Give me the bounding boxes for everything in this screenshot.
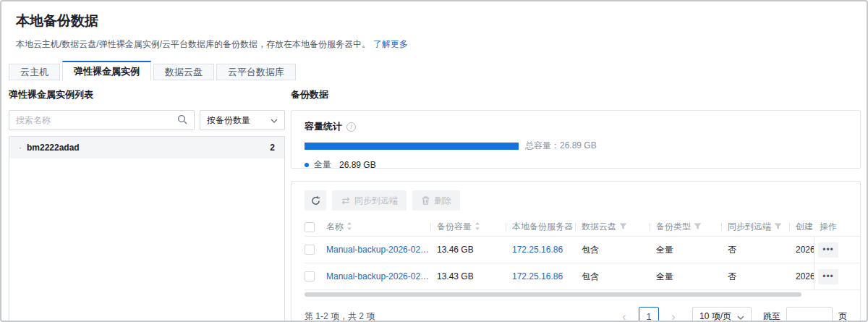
column-header-data-disk[interactable]: 数据云盘 [575, 221, 650, 233]
page-header: 本地备份数据 本地云主机/数据云盘/弹性裸金属实例/云平台数据库的备份数据，存放… [1, 1, 867, 51]
capacity-card: 容量统计 i 总容量：26.89 GB 全量 26.89 GB [291, 110, 861, 169]
row-checkbox[interactable] [305, 271, 315, 281]
column-header-synced[interactable]: 同步到远端 [721, 221, 789, 233]
list-item[interactable]: · bm2222adad 2 [9, 137, 284, 158]
chevron-down-icon [737, 312, 744, 322]
filter-icon [694, 222, 702, 232]
backup-table-card: 同步到远端 删除 [291, 181, 861, 322]
filter-icon [774, 222, 782, 232]
tab-data-disk[interactable]: 数据云盘 [153, 64, 214, 80]
column-header-name[interactable]: 名称 [326, 221, 430, 233]
list-item-bullet: · [19, 143, 22, 153]
instance-list-panel: 弹性裸金属实例列表 按备份数量 [9, 88, 285, 322]
refresh-button[interactable] [305, 190, 326, 211]
page-unit-label: 页 [838, 310, 847, 322]
filter-icon [619, 222, 627, 232]
table-footer: 第 1-2 项，共 2 项 ‹ 1 › 10 项/页 跳至 [305, 297, 860, 322]
tab-cloud-database[interactable]: 云平台数据库 [216, 64, 296, 80]
column-header-actions: 操作 [814, 221, 860, 233]
prev-page-button[interactable]: ‹ [616, 307, 633, 322]
chevron-down-icon [271, 115, 278, 125]
info-icon[interactable]: i [346, 122, 356, 132]
page-description-text: 本地云主机/数据云盘/弹性裸金属实例/云平台数据库的备份数据，存放在本地备份服务… [16, 39, 370, 49]
capacity-title: 容量统计 [305, 120, 342, 133]
sort-select-value: 按备份数量 [207, 114, 250, 127]
app-window: 本地备份数据 本地云主机/数据云盘/弹性裸金属实例/云平台数据库的备份数据，存放… [0, 0, 868, 322]
pagination: ‹ 1 › 10 项/页 跳至 页 [616, 307, 847, 322]
sync-arrows-icon [341, 196, 351, 206]
synced-cell: 否 [721, 271, 789, 283]
instance-list-title: 弹性裸金属实例列表 [9, 88, 285, 101]
sort-select[interactable]: 按备份数量 [200, 110, 285, 130]
table-toolbar: 同步到远端 删除 [305, 190, 860, 211]
more-actions-button[interactable]: ••• [818, 242, 838, 258]
backup-table: 名称 备份容量 本地备份服务器 [305, 218, 860, 290]
backup-data-title: 备份数据 [291, 88, 861, 101]
table-header-row: 名称 备份容量 本地备份服务器 [305, 218, 860, 237]
instance-list: · bm2222adad 2 [9, 136, 285, 322]
delete-label: 删除 [434, 195, 451, 207]
search-input[interactable] [16, 115, 177, 125]
server-link[interactable]: 172.25.16.86 [512, 245, 563, 255]
sort-icon [346, 222, 352, 232]
created-cell: 2026- [789, 271, 814, 281]
tab-bare-metal-instance[interactable]: 弹性裸金属实例 [62, 61, 151, 81]
legend-label: 全量 [314, 158, 331, 171]
server-link[interactable]: 172.25.16.86 [512, 271, 563, 281]
list-item-name: bm2222adad [27, 143, 80, 153]
backup-type-cell: 全量 [650, 244, 721, 256]
backup-name-link[interactable]: Manual-backup-2026-02-2... [326, 271, 430, 281]
more-actions-button[interactable]: ••• [818, 269, 838, 284]
sync-to-remote-button[interactable]: 同步到远端 [332, 190, 407, 211]
list-item-count: 2 [270, 143, 275, 153]
backup-type-cell: 全量 [650, 271, 721, 283]
page-size-select[interactable]: 10 项/页 [692, 307, 752, 322]
learn-more-link[interactable]: 了解更多 [373, 39, 408, 49]
column-header-created: 创建 [789, 221, 814, 233]
jump-to-label: 跳至 [763, 310, 780, 322]
synced-cell: 否 [721, 244, 789, 256]
row-checkbox[interactable] [305, 245, 315, 255]
capacity-bar-fill [305, 143, 519, 150]
trash-icon [421, 195, 430, 206]
page-number-button[interactable]: 1 [639, 307, 659, 322]
column-header-backup-type[interactable]: 备份类型 [650, 221, 721, 233]
backup-data-panel: 备份数据 容量统计 i 总容量：26.89 GB 全量 26.89 GB [291, 88, 861, 322]
data-disk-cell: 包含 [575, 271, 650, 283]
refresh-icon [310, 195, 321, 206]
page-description: 本地云主机/数据云盘/弹性裸金属实例/云平台数据库的备份数据，存放在本地备份服务… [16, 38, 852, 51]
backup-capacity-cell: 13.43 GB [430, 271, 506, 281]
table-row: Manual-backup-2026-02-2... 13.46 GB 172.… [305, 237, 860, 263]
jump-to-page-input[interactable] [786, 307, 833, 322]
column-header-server: 本地备份服务器 [506, 221, 575, 233]
sync-to-remote-label: 同步到远端 [354, 195, 398, 207]
fixed-column-divider [814, 237, 814, 290]
tab-cloud-host[interactable]: 云主机 [9, 64, 60, 80]
tab-bar: 云主机 弹性裸金属实例 数据云盘 云平台数据库 [9, 60, 867, 80]
search-box [9, 110, 195, 130]
select-all-checkbox[interactable] [305, 222, 315, 232]
table-row: Manual-backup-2026-02-2... 13.43 GB 172.… [305, 263, 860, 290]
legend-dot-icon [305, 163, 309, 167]
backup-capacity-cell: 13.46 GB [430, 245, 506, 255]
items-summary: 第 1-2 项，共 2 项 [305, 310, 375, 322]
search-icon[interactable] [177, 114, 187, 127]
legend-value: 26.89 GB [339, 160, 376, 170]
data-disk-cell: 包含 [575, 244, 650, 256]
created-cell: 2026- [789, 245, 814, 255]
capacity-total-label: 总容量：26.89 GB [525, 140, 597, 152]
delete-button[interactable]: 删除 [412, 190, 460, 211]
page-size-value: 10 项/页 [699, 310, 731, 322]
backup-name-link[interactable]: Manual-backup-2026-02-2... [326, 245, 430, 255]
capacity-bar [305, 143, 519, 150]
column-header-capacity[interactable]: 备份容量 [430, 221, 506, 233]
next-page-button[interactable]: › [665, 307, 682, 322]
sort-icon [475, 222, 480, 232]
page-title: 本地备份数据 [16, 12, 852, 30]
